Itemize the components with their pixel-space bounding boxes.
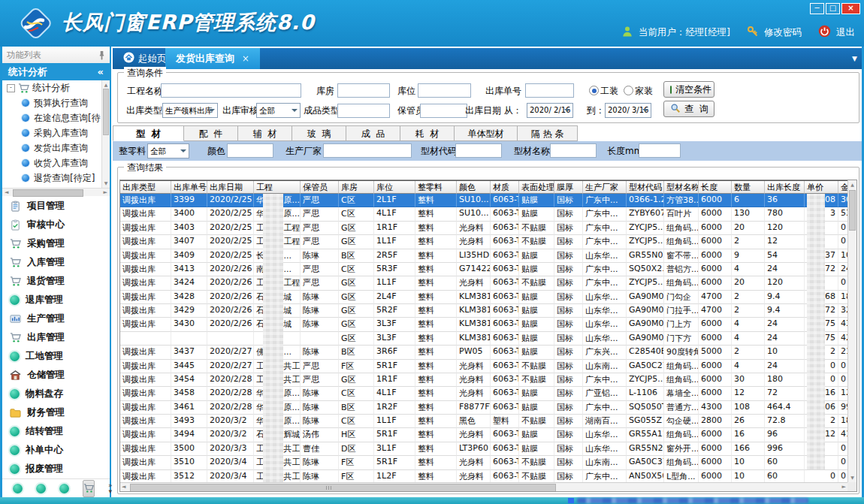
audit-select[interactable]: 全部 — [256, 103, 301, 118]
material-tab-隔热条[interactable]: 隔 热 条 — [518, 125, 578, 141]
sidebar-item-工地管理[interactable]: 工地管理 — [2, 347, 110, 366]
sidebar-item-审核中心[interactable]: 审核中心 — [2, 216, 110, 234]
sidebar-item-财务管理[interactable]: 财务管理 — [2, 403, 110, 422]
column-header-长度[interactable]: 长度 — [699, 181, 732, 194]
grid-vertical-scrollbar[interactable]: ▲ ▼ — [847, 180, 856, 482]
order-no-input[interactable] — [525, 83, 574, 98]
radio-jiazhuang[interactable] — [624, 86, 633, 95]
column-header-出库长度[interactable]: 出库长度 — [765, 181, 805, 194]
tree-item-发货出库查询[interactable]: 发货出库查询 — [2, 140, 110, 155]
tree-root-statistics[interactable]: -统计分析 — [2, 80, 110, 95]
logout-link[interactable]: 退出 — [836, 26, 855, 39]
tree-hscroll-thumb[interactable] — [13, 189, 83, 197]
material-tab-玻璃[interactable]: 玻 璃 — [292, 125, 346, 141]
table-row[interactable]: 调拨出库34372020/2/27佛 ...陈琳B区3R6F整料PW056063… — [120, 346, 847, 359]
tree-item-在途信息查询待[interactable]: 在途信息查询[待 — [2, 110, 110, 125]
scroll-down-icon[interactable]: ▼ — [102, 180, 110, 187]
green-dot-icon[interactable] — [13, 484, 23, 493]
column-header-出库日期[interactable]: 出库日期 — [207, 181, 254, 194]
sidebar-item-仓储管理[interactable]: 仓储管理 — [2, 366, 110, 385]
cart-shortcut-button[interactable] — [83, 480, 95, 497]
column-header-数量[interactable]: 数量 — [732, 181, 765, 194]
tree-vscroll-thumb[interactable] — [103, 89, 109, 135]
collapse-icon[interactable]: « — [98, 63, 104, 80]
tree-item-预算执行查询[interactable]: 预算执行查询 — [2, 95, 110, 110]
table-row[interactable]: 调拨出库34002020/2/25华 原...严思C区4L1F整料SU10...… — [120, 207, 847, 221]
sidebar-item-补单中心[interactable]: 补单中心 — [2, 441, 110, 460]
date-to-select[interactable]: 2020/ 3/16 — [605, 103, 651, 118]
column-header-出库单号[interactable]: 出库单号 — [171, 181, 207, 194]
sidebar-item-退货管理[interactable]: 退货管理 — [2, 272, 110, 291]
column-header-单价[interactable]: 单价 — [805, 181, 838, 194]
out-type-select[interactable]: 生产领料出库 — [162, 103, 218, 118]
table-row[interactable]: 调拨出库34292020/2/26石 城陈琳G区5R2F整料KLM3817606… — [120, 304, 847, 318]
table-row[interactable]: 调拨出库34582020/2/28华 原...陈琳C区4L1F整料光身料6063… — [120, 387, 847, 400]
tab-close-icon[interactable]: × — [242, 53, 249, 64]
whole-part-select[interactable]: 全部 — [147, 143, 189, 158]
radio-gongzhuang-label[interactable]: 工装 — [600, 83, 618, 98]
table-row[interactable]: 调拨出库34542020/2/28工 共工程严思G区1R1F整料光身料6063-… — [120, 373, 847, 387]
radio-jiazhuang-label[interactable]: 家装 — [635, 83, 653, 98]
date-from-select[interactable]: 2020/ 2/16 — [527, 103, 573, 118]
table-row[interactable]: 调拨出库34092020/2/25长 ...陈琳B区2R5F整料LI35HD60… — [120, 249, 847, 263]
table-row[interactable]: 调拨出库34942020/3/2石 辉城汤伟H区5R1F整料光身料6063-T5… — [120, 428, 847, 442]
table-row[interactable]: 调拨出库34072020/2/25工 工程严思G区1L1F整料光身料6063-T… — [120, 235, 847, 249]
close-button[interactable]: × — [841, 3, 860, 14]
material-tab-辅材[interactable]: 辅 材 — [238, 125, 292, 141]
sidebar-item-报废管理[interactable]: 报废管理 — [2, 460, 110, 478]
scroll-up-icon[interactable]: ▲ — [102, 81, 110, 89]
sidebar-section-statistics[interactable]: 统计分析 « — [2, 63, 110, 80]
sidebar-item-入库管理[interactable]: 入库管理 — [2, 253, 110, 272]
table-row[interactable]: 调拨出库35122020/3/4工 共工程陈琳F区1L2F整料光身料6063-T… — [120, 470, 847, 483]
table-row[interactable]: 调拨出库35002020/3/3工 共工程曹佳D区3L1F整料LT3P60606… — [120, 442, 847, 456]
sidebar-item-物料盘存[interactable]: 物料盘存 — [2, 385, 110, 403]
location-input[interactable] — [418, 83, 471, 98]
sidebar-item-出库管理[interactable]: 出库管理 — [2, 328, 110, 347]
tree-item-采购入库查询[interactable]: 采购入库查询 — [2, 125, 110, 140]
sidebar-item-结转管理[interactable]: 结转管理 — [2, 422, 110, 441]
radio-gongzhuang[interactable] — [589, 86, 599, 95]
sidebar-item-采购管理[interactable]: 采购管理 — [2, 234, 110, 253]
column-header-膜厚[interactable]: 膜厚 — [554, 181, 583, 194]
column-header-保管员[interactable]: 保管员 — [301, 181, 339, 194]
table-row[interactable]: G区3L3F整料KLM38176063-T5贴膜国标山东华...GA90M09.… — [120, 332, 847, 346]
table-row[interactable]: 调拨出库34452020/2/27工 共工程严思F区5R1F整料光身料6063-… — [120, 360, 847, 373]
table-row[interactable]: 调拨出库34132020/2/26南 ...严思C区5R3F整料G7142260… — [120, 263, 847, 276]
clear-conditions-button[interactable]: 清空条件 — [663, 81, 714, 98]
sidebar-item-生产管理[interactable]: 生产管理 — [2, 309, 110, 328]
column-header-型材名称[interactable]: 型材名称 — [664, 181, 699, 194]
column-header-颜色[interactable]: 颜色 — [457, 181, 491, 194]
material-tab-成品[interactable]: 成 品 — [346, 125, 400, 141]
keeper-input[interactable] — [420, 104, 467, 118]
material-tab-型材[interactable]: 型 材 — [113, 125, 184, 141]
grid-vscroll-thumb[interactable] — [849, 190, 856, 231]
scroll-left-icon[interactable]: ◄ — [5, 189, 8, 196]
green-dot-icon[interactable] — [36, 484, 46, 493]
color-input[interactable] — [227, 143, 273, 158]
column-header-出库类型[interactable]: 出库类型 — [120, 181, 171, 194]
change-password-link[interactable]: 修改密码 — [764, 26, 802, 39]
tree-collapse-icon[interactable]: - — [7, 84, 15, 92]
minimize-button[interactable]: ─ — [810, 3, 824, 14]
column-header-库位[interactable]: 库位 — [374, 181, 415, 194]
profile-name-input[interactable] — [550, 143, 597, 158]
table-row[interactable]: 调拨出库34242020/2/26工 工程严思G区1L1F整料光身料6063-T… — [120, 276, 847, 290]
pin-icon[interactable] — [98, 50, 105, 60]
maximize-button[interactable]: □ — [826, 3, 840, 14]
tree-item-退货查询待定[interactable]: 退货查询[待定] — [2, 171, 110, 186]
expand-more-button[interactable]: »▾ — [108, 482, 113, 494]
material-tab-耗材[interactable]: 耗 材 — [400, 125, 455, 141]
tab-shipping-outbound-query[interactable]: 发货出库查询 × — [165, 48, 260, 69]
profile-code-input[interactable] — [455, 143, 502, 158]
grid-horizontal-scrollbar[interactable]: ◄ ► — [120, 482, 847, 491]
column-header-库房[interactable]: 库房 — [339, 181, 374, 194]
column-header-型材代码[interactable]: 型材代码 — [627, 181, 664, 194]
material-tab-单体型材[interactable]: 单体型材 — [455, 125, 518, 141]
column-header-表面处理[interactable]: 表面处理 — [519, 181, 554, 194]
column-header-金[interactable]: 金 — [838, 181, 847, 194]
scroll-up-icon[interactable]: ▲ — [848, 181, 856, 189]
product-type-input[interactable] — [337, 104, 390, 118]
search-button[interactable]: 查 询 — [663, 101, 714, 117]
warehouse-input[interactable] — [337, 83, 390, 98]
length-input[interactable] — [639, 143, 681, 158]
